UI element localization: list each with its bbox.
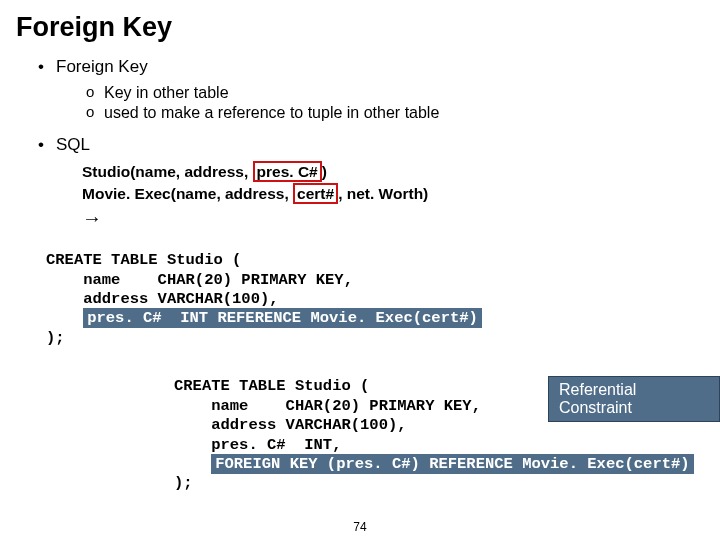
sub-bullet-2: oused to make a reference to tuple in ot… xyxy=(104,103,704,123)
code1-line2: name CHAR(20) PRIMARY KEY, xyxy=(46,271,353,289)
slide: Foreign Key Foreign Key oKey in other ta… xyxy=(0,0,720,540)
code2-line1: CREATE TABLE Studio ( xyxy=(174,377,369,395)
schema-block: Studio(name, address, pres. C#) Movie. E… xyxy=(82,161,704,205)
code2-line4: pres. C# INT, xyxy=(174,436,341,454)
code2-line5-highlight: FOREIGN KEY (pres. C#) REFERENCE Movie. … xyxy=(211,454,693,474)
schema-studio: Studio(name, address, pres. C#) xyxy=(82,161,704,183)
code1-line1: CREATE TABLE Studio ( xyxy=(46,251,241,269)
code1-line5: ); xyxy=(46,329,65,347)
sub-bullet-group: oKey in other table oused to make a refe… xyxy=(104,83,704,123)
sub-bullet-1: oKey in other table xyxy=(104,83,704,103)
schema-studio-pre: Studio(name, address, xyxy=(82,163,253,180)
schema-movie-post: , net. Worth) xyxy=(338,185,428,202)
sub-bullet-2-text: used to make a reference to tuple in oth… xyxy=(104,104,439,121)
code2-line6: ); xyxy=(174,474,193,492)
badge-referential-constraint: Referential Constraint xyxy=(548,376,720,422)
schema-studio-post: ) xyxy=(322,163,327,180)
code2-line2: name CHAR(20) PRIMARY KEY, xyxy=(174,397,481,415)
page-title: Foreign Key xyxy=(16,12,704,43)
schema-movieexec: Movie. Exec(name, address, cert#, net. W… xyxy=(82,183,704,205)
schema-studio-key-outline: pres. C# xyxy=(253,161,322,182)
code1-line4-highlight: pres. C# INT REFERENCE Movie. Exec(cert#… xyxy=(83,308,482,328)
bullet-foreign-key: Foreign Key xyxy=(56,57,704,77)
bullet-sql: SQL xyxy=(56,135,704,155)
page-number: 74 xyxy=(0,520,720,534)
schema-movie-key-outline: cert# xyxy=(293,183,338,204)
code1-line3: address VARCHAR(100), xyxy=(46,290,279,308)
code2-line3: address VARCHAR(100), xyxy=(174,416,407,434)
code-block-inline-ref: CREATE TABLE Studio ( name CHAR(20) PRIM… xyxy=(46,232,704,348)
schema-movie-pre: Movie. Exec(name, address, xyxy=(82,185,293,202)
sub-bullet-1-text: Key in other table xyxy=(104,84,229,101)
arrow-icon: → xyxy=(82,207,704,230)
